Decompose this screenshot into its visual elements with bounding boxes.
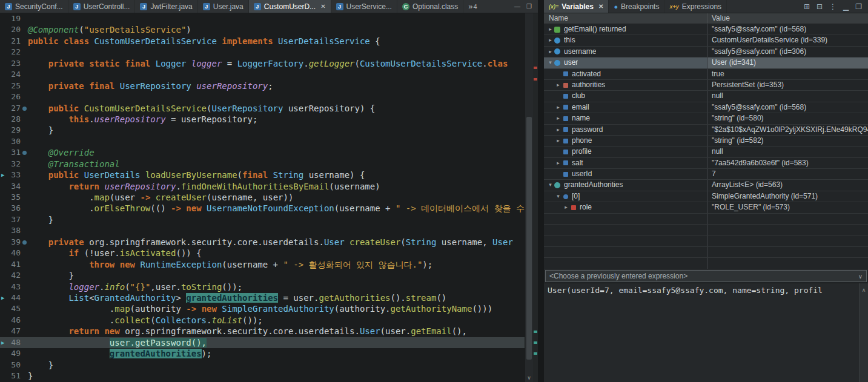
minimize-icon[interactable]: — <box>514 3 520 10</box>
expand-icon[interactable]: ▸ <box>554 80 562 90</box>
editor-tab[interactable]: JUserService... <box>331 0 397 13</box>
editor-tab[interactable]: JUser.java <box>198 0 249 13</box>
annotation-mark[interactable] <box>534 67 537 69</box>
expand-icon[interactable]: ▸ <box>562 202 570 212</box>
variable-row[interactable]: ▸salt"7aa542d9a6b03e6f" (id=583) <box>544 158 868 169</box>
tab-close-icon[interactable]: ✕ <box>320 3 325 10</box>
line-number[interactable]: 24 <box>0 69 21 80</box>
line-number[interactable]: 23 <box>0 58 21 69</box>
line-number[interactable]: 31 <box>0 147 21 158</box>
variable-row[interactable]: ▸email"ssafy5@ssafy.com" (id=568) <box>544 102 868 113</box>
editor-tab[interactable]: JUserControll... <box>68 0 136 13</box>
line-number[interactable]: 43 <box>0 282 21 292</box>
editor-tab[interactable]: JSecurityConf... <box>0 0 68 13</box>
expand-icon[interactable]: ▸ <box>554 113 562 123</box>
view-menu-icon[interactable]: ⋮ <box>829 2 837 11</box>
line-number[interactable]: 30 <box>0 136 21 147</box>
variable-row[interactable]: ▸role"ROLE_USER" (id=573) <box>544 202 868 213</box>
line-number[interactable]: 42 <box>0 270 21 281</box>
variable-row[interactable]: ▸name"string" (id=580) <box>544 113 868 124</box>
chevron-down-icon[interactable]: ∨ <box>858 273 863 280</box>
line-number[interactable]: 36 <box>0 203 21 214</box>
line-number[interactable]: 45 <box>0 303 21 314</box>
expand-icon[interactable]: ▸ <box>554 125 562 135</box>
collapse-icon[interactable]: ▾ <box>554 191 562 202</box>
annotation-mark[interactable] <box>534 352 537 355</box>
scrollbar-thumb[interactable] <box>526 117 532 360</box>
tab-overflow-button[interactable]: » 4 <box>463 0 482 13</box>
line-number[interactable]: 29 <box>0 125 21 136</box>
variable-row[interactable]: ▸phone"string" (id=582) <box>544 136 868 147</box>
expand-icon[interactable]: ▸ <box>546 47 554 57</box>
line-number[interactable]: 41 <box>0 259 21 270</box>
variable-row[interactable]: ▸getEmail() returned"ssafy5@ssafy.com" (… <box>544 24 868 35</box>
line-number[interactable]: 26 <box>0 91 21 102</box>
column-header-name[interactable]: Name <box>544 13 707 24</box>
line-number[interactable]: 22 <box>0 47 21 58</box>
variable-row[interactable]: profilenull <box>544 147 868 157</box>
variable-row[interactable]: ▾grantedAuthoritiesArrayList<E> (id=563) <box>544 180 868 191</box>
column-header-value[interactable]: Value <box>707 13 868 24</box>
collapse-all-icon[interactable]: ⊟ <box>817 2 823 11</box>
expression-combo[interactable]: <Choose a previously entered expression>… <box>545 270 867 282</box>
variable-row[interactable]: activatedtrue <box>544 69 868 80</box>
line-number[interactable]: 50 <box>0 360 21 370</box>
line-number[interactable]: 34 <box>0 181 21 192</box>
panel-tab-variables[interactable]: (x)=Variables✕ <box>544 0 609 13</box>
panel-tab-breakpoints[interactable]: ●Breakpoints <box>609 0 664 13</box>
show-logical-structure-icon[interactable]: ⊞ <box>804 2 810 11</box>
variable-row[interactable]: ▸password"$2a$10$xAqZW1o0lP2yljXKSXIRj.E… <box>544 125 868 136</box>
line-number[interactable]: 20 <box>0 24 21 35</box>
tab-close-icon[interactable]: ✕ <box>598 3 603 10</box>
line-number[interactable]: 38 <box>0 225 21 236</box>
variable-row[interactable]: userId7 <box>544 169 868 180</box>
line-number[interactable]: 48 <box>0 337 21 348</box>
line-number[interactable]: 25 <box>0 81 21 91</box>
line-number[interactable]: 19 <box>0 13 21 24</box>
editor-vertical-scrollbar[interactable]: ∨ <box>525 13 533 382</box>
line-number[interactable]: 35 <box>0 192 21 203</box>
variable-row[interactable]: ▾[0]SimpleGrantedAuthority (id=571) <box>544 191 868 202</box>
variable-row[interactable]: ▸thisCustomUserDetailsService (id=339) <box>544 35 868 46</box>
collapse-icon[interactable]: ▾ <box>546 58 554 68</box>
line-number[interactable]: 37 <box>0 214 21 225</box>
editor-tab[interactable]: JCustomUserD...✕ <box>249 0 331 13</box>
code-area[interactable]: 1920@Component("userDetailsService")21pu… <box>0 13 525 382</box>
line-number[interactable]: 49 <box>0 348 21 359</box>
maximize-icon[interactable]: ❐ <box>855 2 862 11</box>
variable-row[interactable]: ▾userUser (id=341) <box>544 58 868 68</box>
line-number[interactable]: 40 <box>0 248 21 259</box>
variable-row[interactable]: ▸username"ssafy5@ssafy.com" (id=306) <box>544 47 868 58</box>
line-number[interactable]: 28 <box>0 114 21 125</box>
expand-icon[interactable]: ▸ <box>554 158 562 168</box>
line-number[interactable]: 21 <box>0 36 21 47</box>
expand-icon[interactable]: ▸ <box>546 24 554 35</box>
editor-tab[interactable]: COptional.class <box>397 0 463 13</box>
scroll-down-icon[interactable]: ∨ <box>525 374 533 382</box>
line-number[interactable]: 51 <box>0 370 21 381</box>
line-number[interactable]: 47 <box>0 326 21 337</box>
scroll-up-icon[interactable]: ∧ <box>862 287 866 293</box>
maximize-icon[interactable]: ❐ <box>526 3 532 10</box>
line-number[interactable]: 39 <box>0 237 21 248</box>
annotation-mark[interactable] <box>534 78 537 81</box>
panel-tab-expressions[interactable]: x+yExpressions <box>664 0 727 13</box>
variable-detail-pane[interactable]: User(userId=7, email=ssafy5@ssafy.com, n… <box>544 283 868 382</box>
line-number[interactable]: 33 <box>0 170 21 180</box>
expand-icon[interactable]: ▸ <box>546 35 554 45</box>
line-number[interactable]: 46 <box>0 315 21 326</box>
annotation-mark[interactable] <box>534 341 537 344</box>
line-number[interactable]: 27 <box>0 103 21 114</box>
expand-icon[interactable]: ▸ <box>554 102 562 113</box>
collapse-icon[interactable]: ▾ <box>546 180 554 190</box>
editor-tab[interactable]: JJwtFilter.java <box>135 0 197 13</box>
detail-scrollbar[interactable]: ∧ <box>859 283 868 382</box>
expand-icon[interactable]: ▸ <box>554 136 562 146</box>
pane-divider[interactable] <box>538 0 544 382</box>
annotation-mark[interactable] <box>534 331 537 333</box>
variable-row[interactable]: ▸authoritiesPersistentSet (id=353) <box>544 80 868 91</box>
line-number[interactable]: 32 <box>0 159 21 170</box>
variable-row[interactable]: clubnull <box>544 91 868 102</box>
line-number[interactable]: 44 <box>0 292 21 303</box>
minimize-icon[interactable]: ▁ <box>843 2 849 11</box>
